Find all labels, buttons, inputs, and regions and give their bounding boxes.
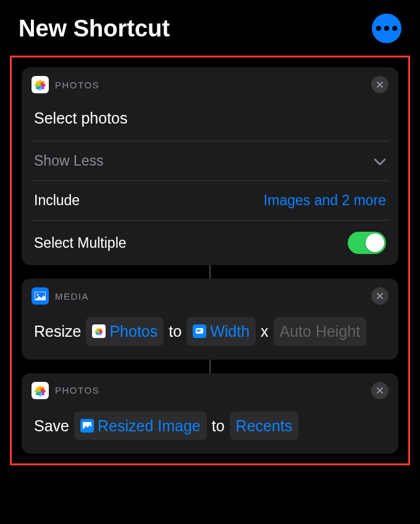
image-icon: [80, 419, 94, 433]
action-app-label: MEDIA: [55, 291, 371, 302]
action-card-resize[interactable]: MEDIA Resize: [22, 279, 398, 360]
select-multiple-toggle[interactable]: [348, 232, 386, 254]
resized-image-token[interactable]: Resized Image: [74, 412, 207, 441]
show-less-row[interactable]: Show Less: [22, 142, 398, 180]
photos-variable-token[interactable]: Photos: [86, 317, 164, 346]
recents-album-token[interactable]: Recents: [230, 412, 299, 441]
auto-height-token[interactable]: Auto Height: [274, 317, 367, 346]
connector-line: [209, 265, 211, 279]
media-app-icon: [32, 287, 49, 305]
remove-action-button[interactable]: [371, 76, 388, 93]
include-label: Include: [34, 192, 80, 209]
width-variable-token[interactable]: Width: [187, 317, 256, 346]
auto-height-label: Auto Height: [280, 318, 361, 345]
action-card-save[interactable]: PHOTOS Save Resized Image to Recents: [22, 373, 398, 454]
more-options-button[interactable]: [372, 14, 401, 43]
photos-app-icon: [32, 76, 49, 93]
x-separator: x: [261, 318, 269, 345]
width-variable-label: Width: [210, 318, 250, 345]
recents-album-label: Recents: [236, 413, 293, 439]
to-word: to: [212, 413, 225, 439]
photos-app-icon: [32, 382, 49, 399]
include-row[interactable]: Include Images and 2 more: [22, 181, 398, 220]
action-app-label: PHOTOS: [55, 80, 371, 90]
include-value[interactable]: Images and 2 more: [264, 192, 386, 209]
show-less-label: Show Less: [34, 153, 104, 169]
resized-image-label: Resized Image: [98, 413, 201, 439]
page-title: New Shortcut: [19, 15, 170, 42]
resize-verb: Resize: [34, 318, 81, 345]
ask-prompt-icon: [193, 324, 206, 338]
remove-action-button[interactable]: [371, 287, 388, 305]
action-card-select-photos[interactable]: PHOTOS Select photos Show Less Include I…: [22, 67, 398, 265]
svg-point-1: [37, 294, 39, 296]
action-title: Select photos: [34, 109, 386, 127]
ellipsis-icon: [376, 26, 381, 31]
save-verb: Save: [34, 413, 69, 439]
close-icon: [376, 80, 384, 89]
select-multiple-row: Select Multiple: [22, 221, 398, 265]
connector-line: [209, 360, 211, 373]
chevron-down-icon: [374, 153, 386, 169]
workflow-container: PHOTOS Select photos Show Less Include I…: [10, 56, 410, 465]
remove-action-button[interactable]: [371, 382, 388, 399]
select-multiple-label: Select Multiple: [34, 235, 127, 251]
action-app-label: PHOTOS: [55, 385, 371, 395]
close-icon: [376, 292, 384, 300]
photos-icon: [92, 324, 106, 338]
close-icon: [376, 386, 384, 395]
photos-variable-label: Photos: [109, 318, 158, 345]
to-word: to: [169, 318, 182, 345]
